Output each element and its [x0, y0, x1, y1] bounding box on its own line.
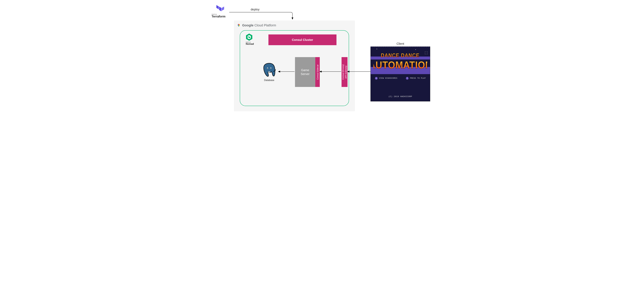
view-highscores-control[interactable]: V VIEW HIGHSCORES — [375, 77, 397, 80]
gcp-header: Google Cloud Platform — [237, 23, 276, 27]
pixel-dot — [416, 49, 416, 50]
nomad-label-block: HashiCorp Nomad — [246, 33, 254, 45]
deploy-arrow-label: deploy — [251, 8, 260, 11]
database-label: Database — [260, 79, 279, 82]
svg-marker-3 — [222, 6, 224, 11]
game-server-group: Game Server Consul Sidecar — [295, 57, 320, 87]
game-title: DANCE DANCE AUTOMATION — [371, 50, 430, 70]
terraform-icon — [216, 4, 225, 13]
svg-point-10 — [270, 68, 271, 69]
svg-marker-0 — [216, 5, 219, 9]
view-highscores-label: VIEW HIGHSCORES — [379, 77, 397, 79]
key-hex-t: T — [406, 77, 409, 80]
nomad-name-label: Nomad — [246, 43, 254, 45]
deploy-arrow — [229, 12, 292, 19]
game-server-box: Game Server — [295, 57, 315, 87]
client-copyright: (C) 2019 HASHICORP — [371, 95, 430, 98]
press-to-play-label: PRESS TO PLAY — [410, 77, 426, 79]
client-topbar — [371, 47, 430, 47]
press-to-play-control[interactable]: T PRESS TO PLAY — [406, 77, 426, 80]
api-gateway-label: Consul (Envoy) API Gateway — [342, 64, 347, 80]
gcp-label-rest: Cloud Platform — [254, 23, 276, 27]
nomad-container: HashiCorp Nomad Consul Cluster — [240, 30, 349, 106]
terraform-block: HashiCorp Terraform — [211, 4, 229, 18]
svg-point-9 — [267, 68, 268, 69]
game-title-line1: DANCE DANCE — [381, 52, 420, 58]
terraform-vendor-label: HashiCorp — [212, 14, 229, 15]
gcp-container: Google Cloud Platform HashiCorp Nomad Co… — [234, 20, 355, 111]
game-title-line2: AUTOMATION — [374, 59, 427, 70]
consul-sidecar-box: Consul Sidecar — [315, 57, 320, 87]
terraform-name-label: Terraform — [212, 15, 229, 18]
gcp-label-bold: Google — [242, 23, 254, 27]
client-heading: Client — [370, 42, 430, 45]
pixel-dot — [376, 49, 377, 49]
postgresql-icon — [262, 75, 276, 78]
nomad-vendor-label: HashiCorp — [246, 42, 254, 43]
client-controls: V VIEW HIGHSCORES T PRESS TO PLAY — [371, 77, 430, 80]
database-block: Database — [260, 62, 279, 82]
nomad-icon — [246, 33, 252, 41]
client-window: DANCE DANCE AUTOMATION V VIEW HIGHSCORES… — [370, 46, 430, 101]
key-hex-v: V — [375, 77, 378, 80]
consul-cluster-box: Consul Cluster — [268, 34, 336, 45]
gcp-label: Google Cloud Platform — [242, 23, 276, 27]
game-server-label: Game Server — [301, 68, 310, 76]
api-gateway-box: Consul (Envoy) API Gateway — [342, 57, 348, 87]
gcp-icon — [237, 23, 241, 27]
